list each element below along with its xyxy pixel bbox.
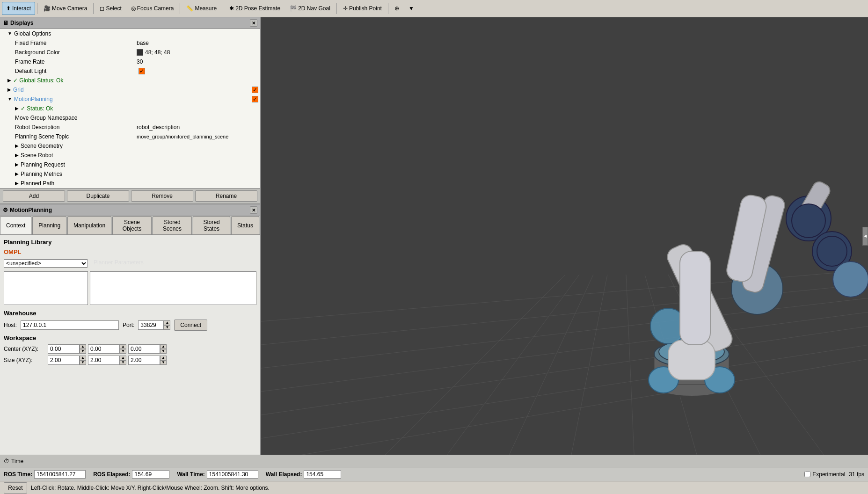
duplicate-button[interactable]: Duplicate	[67, 190, 129, 202]
extra-button[interactable]: ⊕	[390, 2, 403, 15]
host-input[interactable]	[21, 320, 119, 330]
list-item[interactable]: ▶ ✓ Status: Ok	[0, 104, 260, 113]
list-item[interactable]: ▶ Scene Geometry	[0, 141, 260, 151]
svg-rect-20	[664, 241, 735, 354]
motionplanning-checkbox[interactable]: ✓	[252, 96, 258, 102]
remove-button[interactable]: Remove	[131, 190, 193, 202]
center-z-input[interactable]	[128, 344, 160, 354]
tab-status[interactable]: Status	[231, 216, 259, 234]
tab-context[interactable]: Context	[0, 216, 31, 234]
expand-arrow-icon[interactable]: ▶	[15, 104, 19, 113]
clock-icon: ⏱	[4, 458, 9, 465]
tab-planning[interactable]: Planning	[32, 216, 66, 234]
svg-line-9	[425, 275, 579, 455]
size-y-down[interactable]: ▼	[120, 360, 126, 365]
size-y-input[interactable]	[88, 356, 120, 365]
expand-arrow-icon[interactable]: ▼	[7, 29, 12, 38]
warehouse-title: Warehouse	[4, 310, 256, 317]
select-button[interactable]: ◻ Select	[95, 2, 125, 15]
svg-point-30	[817, 236, 847, 266]
list-item[interactable]: ▶ Planning Request	[0, 160, 260, 169]
planner-params-row: <unspecified> Planner Parameters	[4, 259, 256, 268]
center-z-down[interactable]: ▼	[160, 349, 167, 354]
center-y-down[interactable]: ▼	[120, 349, 126, 354]
center-x-down[interactable]: ▼	[80, 349, 86, 354]
3d-viewport[interactable]: ◀	[261, 17, 868, 455]
collapse-arrow-icon[interactable]: ▶	[7, 76, 11, 85]
rename-button[interactable]: Rename	[195, 190, 257, 202]
publish-point-button[interactable]: ✛ Publish Point	[339, 2, 386, 15]
tab-scene-objects[interactable]: Scene Objects	[112, 216, 152, 234]
center-y-input[interactable]	[88, 344, 120, 354]
planner-list-box[interactable]	[4, 271, 88, 305]
expand-arrow-icon[interactable]: ▶	[15, 170, 19, 178]
measure-button[interactable]: 📏 Measure	[182, 2, 221, 15]
interact-button[interactable]: ⬆ Interact	[2, 2, 35, 15]
grid-checkbox[interactable]: ✓	[252, 87, 258, 93]
focus-camera-button[interactable]: ◎ Focus Camera	[127, 2, 178, 15]
list-item[interactable]: ▶ Planned Path	[0, 179, 260, 188]
svg-rect-0	[261, 17, 868, 455]
planner-select[interactable]: <unspecified>	[4, 259, 88, 268]
tab-stored-scenes[interactable]: Stored Scenes	[153, 216, 192, 234]
list-item: Fixed Frame base	[0, 38, 260, 48]
displays-footer: Add Duplicate Remove Rename	[0, 188, 260, 203]
field-value: move_group/monitored_planning_scene	[137, 132, 228, 141]
svg-point-29	[792, 204, 825, 238]
port-up-arrow[interactable]: ▲	[164, 320, 170, 325]
tab-manipulation[interactable]: Manipulation	[67, 216, 111, 234]
list-item[interactable]: ▶ Planning Metrics	[0, 169, 260, 179]
experimental-checkbox[interactable]	[804, 471, 810, 477]
list-item[interactable]: ▶ ✓ Global Status: Ok	[0, 76, 260, 85]
svg-rect-34	[680, 251, 710, 345]
size-z-up[interactable]: ▲	[160, 356, 167, 360]
port-input[interactable]	[138, 320, 164, 330]
size-x-up[interactable]: ▲	[80, 356, 86, 360]
list-item[interactable]: ▶ Grid ✓	[0, 85, 260, 94]
expand-arrow-icon[interactable]: ▶	[7, 86, 11, 94]
center-z-up[interactable]: ▲	[160, 344, 167, 349]
expand-arrow-icon[interactable]: ▶	[15, 179, 19, 188]
center-label: Center (XYZ):	[4, 346, 46, 352]
center-z-arrows: ▲ ▼	[160, 344, 167, 354]
connect-button[interactable]: Connect	[174, 320, 207, 331]
motion-icon: ⚙	[3, 207, 8, 213]
wall-elapsed-label: Wall Elapsed:	[266, 471, 302, 478]
size-y-up[interactable]: ▲	[120, 356, 126, 360]
size-z-down[interactable]: ▼	[160, 360, 167, 365]
displays-close-button[interactable]: ✕	[250, 19, 257, 27]
svg-point-16	[649, 368, 734, 396]
expand-arrow-icon[interactable]: ▼	[7, 95, 12, 103]
port-down-arrow[interactable]: ▼	[164, 325, 170, 330]
center-x-input[interactable]	[48, 344, 80, 354]
list-item[interactable]: ▼ MotionPlanning ✓	[0, 94, 260, 104]
size-x-input[interactable]	[48, 356, 80, 365]
cursor-icon: ⬆	[6, 5, 11, 12]
size-x-down[interactable]: ▼	[80, 360, 86, 365]
motion-planning-panel: ⚙ MotionPlanning ✕ Context Planning Mani…	[0, 204, 260, 455]
center-x-up[interactable]: ▲	[80, 344, 86, 349]
expand-arrow-icon[interactable]: ▶	[15, 160, 19, 169]
nav-goal-button[interactable]: 🏁 2D Nav Goal	[285, 2, 335, 15]
size-z-input[interactable]	[128, 356, 160, 365]
tree-item-label: Planning Metrics	[21, 170, 62, 178]
expand-arrow-icon[interactable]: ▶	[15, 142, 19, 150]
list-item[interactable]: ▼ Global Options	[0, 29, 260, 38]
checkbox-icon[interactable]: ✓	[139, 68, 145, 74]
add-button[interactable]: Add	[3, 190, 65, 202]
tab-stored-states[interactable]: Stored States	[193, 216, 230, 234]
dropdown-button[interactable]: ▼	[404, 2, 418, 15]
motion-title: MotionPlanning	[10, 207, 52, 213]
field-label: Fixed Frame	[15, 39, 137, 47]
list-item[interactable]: ▶ Scene Robot	[0, 151, 260, 160]
motion-close-button[interactable]: ✕	[250, 206, 257, 214]
center-y-up[interactable]: ▲	[120, 344, 126, 349]
time-bar: ⏱ Time	[0, 455, 868, 467]
center-z-spinbox: ▲ ▼	[128, 344, 167, 354]
expand-arrow-icon[interactable]: ▶	[15, 151, 19, 160]
reset-button[interactable]: Reset	[4, 482, 27, 494]
pose-estimate-button[interactable]: ✱ 2D Pose Estimate	[225, 2, 284, 15]
move-camera-button[interactable]: 🎥 Move Camera	[39, 2, 91, 15]
focus-icon: ◎	[131, 5, 136, 12]
viewport-edge-handle[interactable]: ◀	[862, 227, 868, 246]
